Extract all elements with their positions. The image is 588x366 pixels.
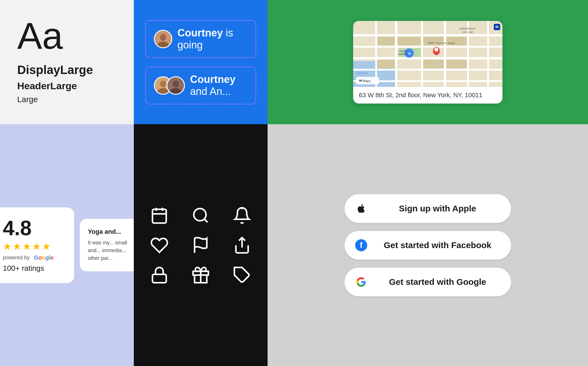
google-icon <box>355 276 368 288</box>
rating-card: 4.8 ★ ★ ★ ★ ★ powered by Google 100+ rat… <box>0 207 74 283</box>
auth-cell: Sign up with Apple f Get started with Fa… <box>268 124 588 366</box>
search-icon <box>192 206 210 225</box>
svg-rect-30 <box>446 60 467 68</box>
gift-icon <box>192 266 210 284</box>
star-4: ★ <box>32 241 41 252</box>
map-card: ★ WEST VILLAGE GREENWICH VILLAGE barre3 … <box>353 21 502 104</box>
svg-text:Friends: Friends <box>399 50 407 52</box>
svg-rect-25 <box>398 37 421 45</box>
star-2: ★ <box>13 241 21 252</box>
lock-icon <box>150 266 169 284</box>
svg-text:GREENWICH: GREENWICH <box>459 27 475 30</box>
svg-point-4 <box>160 80 166 87</box>
social-text-2: Courtney and An... <box>190 73 247 98</box>
svg-rect-56 <box>152 274 166 283</box>
typo-large: Large <box>17 95 117 104</box>
calendar-icon <box>150 206 169 225</box>
svg-rect-29 <box>423 60 444 68</box>
avatar-courtney <box>154 30 172 48</box>
svg-text:🗺 Maps: 🗺 Maps <box>359 79 371 83</box>
facebook-icon: f <box>355 239 368 252</box>
apple-icon <box>355 202 368 215</box>
typo-display: DisplayLarge <box>17 63 117 77</box>
avatar-and <box>167 76 185 95</box>
rating-score: 4.8 <box>3 218 65 238</box>
svg-text:Apartment: Apartment <box>398 53 409 55</box>
flag-icon <box>192 236 210 254</box>
avatar-group-2 <box>154 76 185 95</box>
map-address: 63 W 8th St, 2nd floor, New York, NY, 10… <box>353 87 502 104</box>
google-button-label: Get started with Google <box>374 277 501 287</box>
apple-button-label: Sign up with Apple <box>374 204 501 213</box>
google-logo: Google <box>34 254 54 261</box>
powered-by: powered by Google <box>3 254 65 261</box>
facebook-auth-button[interactable]: f Get started with Facebook <box>345 231 511 260</box>
map-cell: ★ WEST VILLAGE GREENWICH VILLAGE barre3 … <box>268 0 588 124</box>
svg-rect-47 <box>152 209 166 223</box>
svg-rect-28 <box>378 60 395 68</box>
icon-row-1 <box>150 206 251 225</box>
svg-point-1 <box>160 34 166 41</box>
heart-icon <box>150 236 169 254</box>
social-card-1: Courtney is going <box>145 20 256 58</box>
map-visual: ★ WEST VILLAGE GREENWICH VILLAGE barre3 … <box>353 21 502 87</box>
icon-row-3 <box>150 266 251 284</box>
stars: ★ ★ ★ ★ ★ <box>3 241 65 252</box>
typo-aa: Aa <box>17 17 117 54</box>
avatar-group-1 <box>154 30 172 48</box>
typo-header: HeaderLarge <box>17 80 117 92</box>
review-title: Yoga and... <box>88 228 132 235</box>
review-card: Yoga and... It was my... small and... im… <box>80 219 140 271</box>
share-icon <box>233 236 251 254</box>
svg-point-51 <box>194 209 206 221</box>
social-text-1: Courtney is going <box>177 27 247 51</box>
svg-point-34 <box>434 48 438 52</box>
icons-cell <box>134 124 268 366</box>
icon-row-2 <box>150 236 251 254</box>
svg-point-7 <box>173 80 179 87</box>
svg-text:barre3: barre3 <box>448 42 455 44</box>
social-cell: Courtney is going Courtney and An... <box>134 0 268 124</box>
review-text: It was my... small and... immedia... oth… <box>88 239 132 262</box>
social-card-2: Courtney and An... <box>145 67 256 104</box>
svg-text:M: M <box>496 25 499 29</box>
star-5: ★ <box>42 241 51 252</box>
star-3: ★ <box>22 241 31 252</box>
svg-line-52 <box>204 219 208 222</box>
apple-auth-button[interactable]: Sign up with Apple <box>345 194 511 223</box>
tag-icon <box>233 266 251 284</box>
google-auth-button[interactable]: Get started with Google <box>345 268 511 296</box>
rating-cell: 4.8 ★ ★ ★ ★ ★ powered by Google 100+ rat… <box>0 124 134 366</box>
ratings-count: 100+ ratings <box>3 264 65 273</box>
facebook-button-label: Get started with Facebook <box>374 240 501 250</box>
svg-text:WEST VILLAGE: WEST VILLAGE <box>428 42 447 44</box>
typography-cell: Aa DisplayLarge HeaderLarge Large <box>0 0 134 124</box>
bell-icon <box>233 206 251 225</box>
star-1: ★ <box>3 241 11 252</box>
svg-text:HUDSON: HUDSON <box>356 72 367 75</box>
svg-text:VILLAGE: VILLAGE <box>462 31 473 34</box>
svg-rect-24 <box>378 37 395 45</box>
